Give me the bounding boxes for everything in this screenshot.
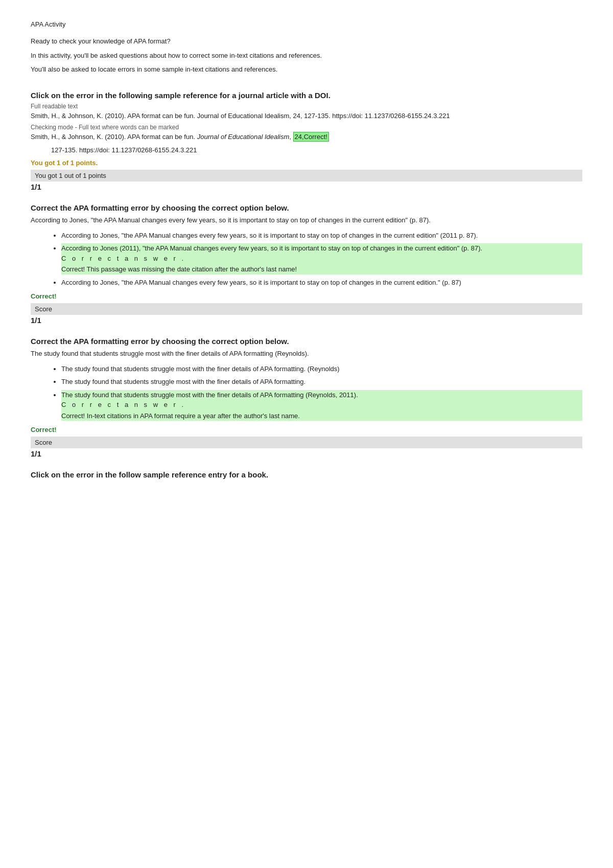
section-3: Correct the APA formatting error by choo… bbox=[31, 337, 582, 458]
score-banner-2: Score bbox=[31, 303, 582, 315]
section-3-option-2[interactable]: The study found that students struggle m… bbox=[61, 377, 582, 387]
section-3-option-1[interactable]: The study found that students struggle m… bbox=[61, 364, 582, 374]
section-3-answer-explanation: Correct! In-text citations in APA format… bbox=[61, 411, 582, 421]
section-2: Correct the APA formatting error by choo… bbox=[31, 203, 582, 325]
checking-highlight: 24,Correct! bbox=[293, 132, 329, 142]
section-2-answer-explanation: Correct! This passage was missing the da… bbox=[61, 264, 582, 275]
score-banner-1: You got 1 out of 1 points bbox=[31, 170, 582, 181]
section-1: Click on the error in the following samp… bbox=[31, 91, 582, 192]
checking-italic: Journal of Educational Idealism bbox=[197, 133, 290, 141]
section-3-correct-label: Correct! bbox=[31, 426, 582, 433]
intro-line-2: In this activity, you'll be asked questi… bbox=[31, 51, 582, 61]
section-2-heading: Correct the APA formatting error by choo… bbox=[31, 203, 582, 212]
checking-mode-text: Smith, H., & Johnson, K. (2010). APA for… bbox=[31, 132, 582, 142]
section-2-option-1[interactable]: According to Jones, "the APA Manual chan… bbox=[61, 231, 582, 241]
section-2-answer-line: C o r r e c t a n s w e r . bbox=[61, 254, 582, 264]
section-3-subtext: The study found that students struggle m… bbox=[31, 349, 582, 359]
section-1-heading: Click on the error in the following samp… bbox=[31, 91, 582, 100]
section-3-options-list: The study found that students struggle m… bbox=[31, 364, 582, 421]
intro-line-3: You'll also be asked to locate errors in… bbox=[31, 64, 582, 75]
score-value-2: 1/1 bbox=[31, 316, 582, 325]
section-2-subtext: According to Jones, "the APA Manual chan… bbox=[31, 215, 582, 225]
score-banner-3: Score bbox=[31, 437, 582, 448]
score-value-3: 1/1 bbox=[31, 449, 582, 458]
section-2-option-2-text: According to Jones (2011), "the APA Manu… bbox=[61, 244, 482, 252]
section-2-option-2[interactable]: According to Jones (2011), "the APA Manu… bbox=[61, 243, 582, 275]
full-readable-label: Full readable text bbox=[31, 103, 582, 110]
section-4: Click on the error in the follow sample … bbox=[31, 470, 582, 479]
checking-text-before: Smith, H., & Johnson, K. (2010). APA for… bbox=[31, 133, 195, 141]
points-label: You got 1 of 1 points. bbox=[31, 159, 582, 167]
section-2-options-list: According to Jones, "the APA Manual chan… bbox=[31, 231, 582, 288]
section-3-answer-line: C o r r e c t a n s w e r . bbox=[61, 400, 582, 410]
section-2-option-3[interactable]: According to Jones, "the APA Manual chan… bbox=[61, 278, 582, 288]
section-3-heading: Correct the APA formatting error by choo… bbox=[31, 337, 582, 346]
section-3-option-3-text: The study found that students struggle m… bbox=[61, 391, 358, 399]
section-3-option-3[interactable]: The study found that students struggle m… bbox=[61, 390, 582, 421]
intro-line-1: Ready to check your knowledge of APA for… bbox=[31, 36, 582, 47]
score-value-1: 1/1 bbox=[31, 182, 582, 191]
indent-text: 127-135. https://doi: 11.1237/0268-6155.… bbox=[51, 145, 582, 155]
section-2-correct-label: Correct! bbox=[31, 292, 582, 300]
checking-mode-label: Checking mode - Full text where words ca… bbox=[31, 124, 582, 131]
section-4-heading: Click on the error in the follow sample … bbox=[31, 470, 582, 479]
reference-full-text: Smith, H., & Johnson, K. (2010). APA for… bbox=[31, 111, 582, 121]
page-title: APA Activity bbox=[31, 20, 582, 28]
